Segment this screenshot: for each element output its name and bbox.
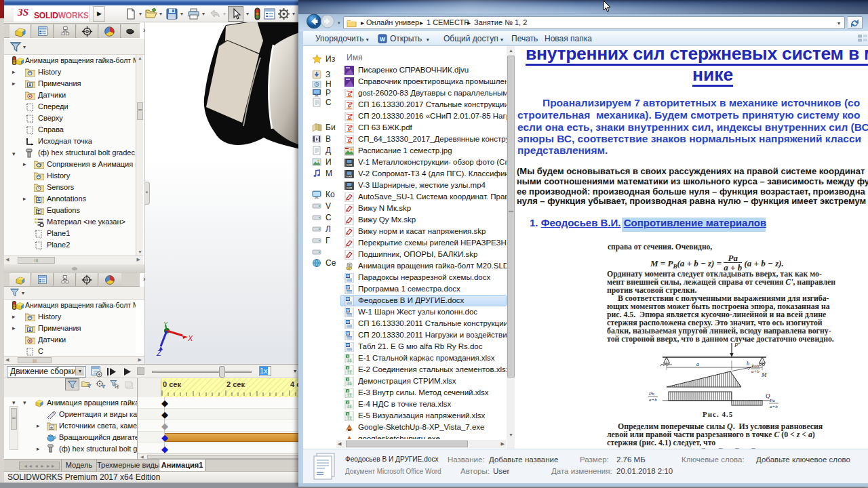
svg-text:W: W [380, 36, 386, 43]
svg-text:MP4: MP4 [347, 186, 352, 189]
svg-text:Pa: Pa [769, 398, 775, 403]
svg-text:M: M [761, 371, 767, 378]
svg-text:W: W [346, 343, 350, 347]
svg-text:a+b: a+b [649, 397, 657, 403]
svg-text:b: b [747, 361, 749, 367]
svg-text:Σ: Σ [37, 209, 40, 214]
svg-text:A: A [28, 83, 32, 87]
svg-text:X: X [187, 334, 193, 342]
svg-text:MP4: MP4 [347, 175, 352, 178]
svg-text:Pab: Pab [751, 363, 760, 369]
svg-text:W: W [346, 308, 350, 312]
svg-text:W: W [346, 320, 350, 324]
svg-text:W: W [346, 274, 350, 278]
svg-text:Pb: Pb [648, 391, 654, 396]
svg-text:a+b: a+b [751, 369, 760, 374]
svg-text:Y: Y [163, 321, 168, 327]
svg-text:P: P [734, 342, 738, 348]
svg-text:a+b: a+b [770, 404, 778, 409]
svg-text:a: a [696, 361, 699, 367]
svg-text:W: W [346, 285, 350, 289]
svg-text:Z: Z [156, 349, 162, 357]
svg-text:A: A [37, 197, 41, 202]
svg-text:W: W [346, 331, 350, 336]
svg-text:MP4: MP4 [347, 163, 352, 166]
svg-text:A: A [28, 327, 32, 332]
svg-text:W: W [346, 297, 350, 301]
